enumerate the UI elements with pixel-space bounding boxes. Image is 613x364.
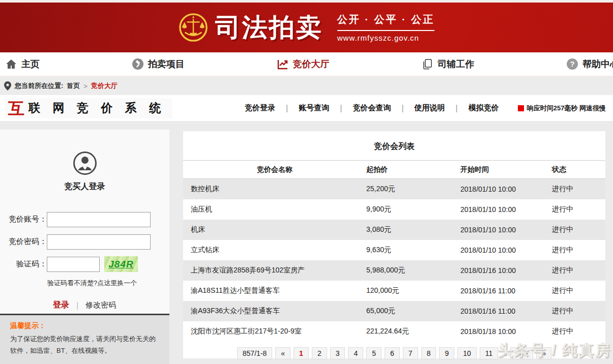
auction-name[interactable]: 机床 [183,220,366,240]
home-icon [5,58,17,70]
subheader-links: 竞价登录 | 账号查询 | 竞价会查询 | 使用说明 | 模拟竞价 响应时间25… [234,103,606,113]
auction-name[interactable]: 数控机床 [183,179,366,199]
auction-price: 5,988,000元 [366,260,460,281]
account-input[interactable] [47,212,151,227]
documents-icon [421,58,433,70]
table-row[interactable]: 机床 3,080元 2018/01/10 10:00 进行中 [183,220,605,240]
login-title: 竞买人登录 [0,181,169,192]
table-row[interactable]: 数控机床 25,200元 2018/01/10 10:00 进行中 [183,179,605,199]
captcha-image[interactable]: J84R [104,256,138,272]
nav-item-bidding-hall[interactable]: 竞价大厅 [277,58,330,70]
auction-time: 2018/01/16 11:00 [460,301,552,321]
auction-name[interactable]: 立式钻床 [183,240,366,260]
tip-title: 温馨提示： [10,321,160,330]
page-summary: 857/1-8 [237,347,272,359]
login-button[interactable]: 登录 [53,300,69,311]
network-status-text: 响应时间257毫秒 网速很慢 [527,104,606,113]
page-number[interactable]: 6 [385,347,400,359]
nav-item-label: 主页 [21,58,40,70]
page-number[interactable]: 10 [457,347,477,359]
system-logo: 互 联 网 竞 价 系 统 [5,98,172,118]
link-mock-bidding[interactable]: 模拟竞价 [458,103,510,113]
site-slogan: 公开 · 公平 · 公正 [337,13,435,31]
page-number[interactable]: 9 [439,347,454,359]
system-logo-accent: 互 [8,100,24,116]
prev-page-button[interactable]: « [275,347,290,359]
auction-time: 2018/01/16 10:00 [460,260,552,281]
captcha-label: 验证码： [0,259,47,269]
auction-name[interactable]: 油压机 [183,199,366,220]
link-account-query[interactable]: 账号查询 [288,103,340,113]
nav-item-auction-projects[interactable]: 拍卖项目 [132,58,185,70]
captcha-input[interactable] [47,257,100,272]
site-url: www.rmfysszc.gov.cn [337,31,435,42]
auction-list-panel: 竞价会列表 竞价会名称 起拍价 开始时间 状态 数控机床 25,200元 201… [183,131,605,358]
system-logo-text: 联 网 竞 价 系 统 [28,100,165,116]
page-number-last[interactable]: 108 [510,347,533,359]
nav-item-judicial-support[interactable]: 司辅工作 [421,58,474,70]
page-number[interactable]: 8 [421,347,436,359]
link-instructions[interactable]: 使用说明 [404,103,456,113]
column-header-name: 竞价会名称 [183,161,366,179]
password-label: 竞价密码： [0,237,47,247]
page-number[interactable]: 7 [403,347,418,359]
table-row[interactable]: 渝A93F36大众小型普通客车 65,000元 2018/01/16 11:00… [183,301,605,321]
page-number[interactable]: 3 [330,347,345,359]
captcha-refresh-link[interactable]: 验证码看不清楚?点这里换一个 [47,279,169,288]
tip-box: 温馨提示： 为了保证您的竞价响应速度，请关闭与竞价无关的软件，如迅雷、BT、在线… [0,314,169,364]
pagination-ellipsis: ... [501,349,507,357]
nav-item-label: 竞价大厅 [293,58,330,70]
table-row[interactable]: 渝A18S11胜达小型普通客车 120,000元 2018/01/16 11:0… [183,281,605,301]
account-label: 竞价账号： [0,215,47,224]
nav-item-label: 司辅工作 [437,58,474,70]
nav-item-home[interactable]: 主页 [5,58,40,70]
breadcrumb-home-link[interactable]: 首页 [67,81,80,90]
link-bid-login[interactable]: 竞价登录 [234,103,286,113]
link-auction-query[interactable]: 竞价会查询 [342,103,401,113]
column-header-time: 开始时间 [460,161,552,179]
page-number[interactable]: 5 [366,347,382,359]
column-header-status: 状态 [552,161,605,179]
national-emblem-logo [179,13,208,42]
auction-price: 120,000元 [366,281,460,301]
nav-item-label: 拍卖项目 [148,58,185,70]
nav-item-label: 帮助中心 [582,58,613,70]
table-row[interactable]: 油压机 9,900元 2018/01/10 10:00 进行中 [183,199,605,220]
table-row[interactable]: 立式钻床 9,630元 2018/01/10 10:00 进行中 [183,240,605,260]
change-password-button[interactable]: 修改密码 [85,300,116,310]
auction-time: 2018/01/16 11:00 [460,281,552,301]
auction-name[interactable]: 上海市友谊路2858弄69号102室房产 [183,260,366,281]
page-number-current[interactable]: 1 [294,347,309,359]
page-number[interactable]: 2 [312,347,327,359]
table-row[interactable]: 上海市友谊路2858弄69号102室房产 5,988,000元 2018/01/… [183,260,605,281]
table-row[interactable]: 沈阳市沈河区惠工街217号1-20-9室 221,224.64元 2018/01… [183,321,605,342]
auction-time: 2018/01/10 10:00 [460,199,552,220]
password-input[interactable] [47,234,151,250]
page-number[interactable]: 11 [480,347,499,359]
svg-text:?: ? [570,59,574,68]
button-divider: | [76,301,78,310]
system-subheader: 互 联 网 竞 价 系 统 竞价登录 | 账号查询 | 竞价会查询 | 使用说明… [0,95,613,121]
user-avatar-icon [73,151,97,175]
breadcrumb-separator: > [83,82,87,90]
auction-price: 221,224.64元 [366,321,460,342]
auction-status: 进行中 [552,321,605,342]
breadcrumb-prefix: 您当前所在位置: [15,81,63,90]
page: 司法拍卖 公开 · 公平 · 公正 www.rmfysszc.gov.cn 主页 [0,0,613,364]
site-title: 司法拍卖 [215,15,323,40]
next-page-button[interactable]: » [536,347,551,359]
auction-status: 进行中 [552,301,605,321]
auction-time: 2018/01/10 10:00 [460,179,552,199]
main-nav: 主页 拍卖项目 竞价大厅 [0,52,613,77]
location-pin-icon [4,81,11,90]
auction-price: 65,000元 [366,301,460,321]
auction-time: 2018/01/18 10:00 [460,321,552,342]
auction-list-title: 竞价会列表 [183,131,605,160]
auction-name[interactable]: 沈阳市沈河区惠工街217号1-20-9室 [183,321,366,342]
auction-name[interactable]: 渝A93F36大众小型普通客车 [183,301,366,321]
auction-price: 9,900元 [366,199,460,220]
network-status: 响应时间257毫秒 网速很慢 [518,104,606,113]
auction-name[interactable]: 渝A18S11胜达小型普通客车 [183,281,366,301]
nav-item-help-center[interactable]: ? 帮助中心 [566,58,613,70]
page-number[interactable]: 4 [348,347,363,359]
